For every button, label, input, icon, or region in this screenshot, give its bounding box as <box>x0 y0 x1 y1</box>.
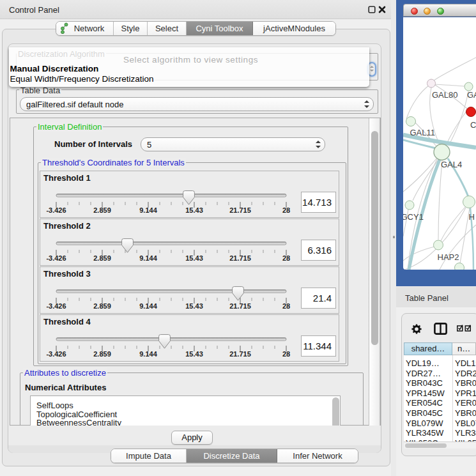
svg-text:GA: GA <box>467 90 476 100</box>
svg-text:C: C <box>470 120 476 130</box>
svg-text:GCY1: GCY1 <box>403 212 424 222</box>
svg-text:GAL4: GAL4 <box>441 160 462 169</box>
svg-text:GAL80: GAL80 <box>432 90 457 100</box>
svg-text:GAL11: GAL11 <box>410 128 436 137</box>
svg-text:HAP2: HAP2 <box>438 252 459 262</box>
svg-text:H: H <box>469 212 475 222</box>
